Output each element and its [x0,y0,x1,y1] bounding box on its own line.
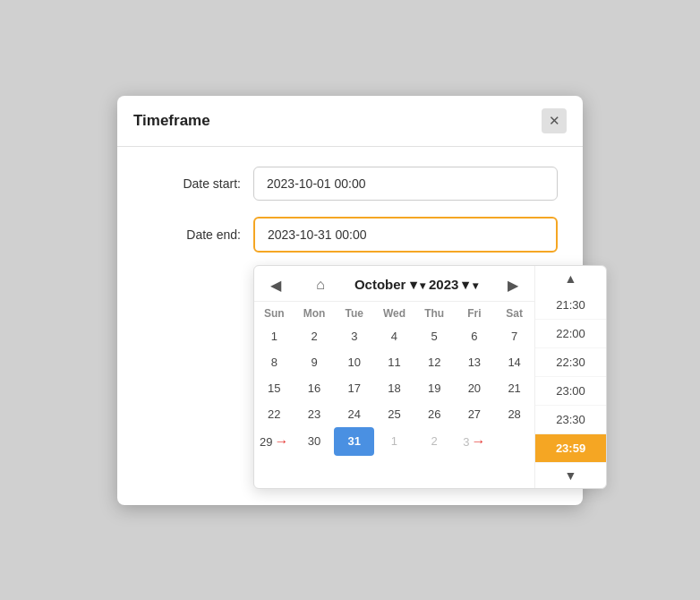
time-list: 21:3022:0022:3023:0023:3023:59 [535,291,606,463]
calendar-day[interactable]: 9 [295,349,335,375]
calendar-day[interactable]: 7 [494,323,534,349]
calendar-day[interactable]: 17 [334,375,374,401]
calendar-day[interactable]: 11 [374,349,414,375]
weekday-sat: Sat [494,302,534,323]
calendar-day[interactable]: 25 [374,401,414,427]
next-month-button[interactable]: ▶ [502,275,524,296]
calendar-day[interactable] [494,427,534,456]
calendar-week-row: 15161718192021 [254,375,534,401]
weekday-sun: Sun [254,302,295,323]
close-button[interactable]: ✕ [542,108,567,133]
calendar-day[interactable]: 5 [414,323,455,349]
time-item[interactable]: 22:00 [535,320,606,348]
time-item[interactable]: 23:00 [535,377,606,406]
calendar-day[interactable]: 16 [295,375,335,401]
weekday-fri: Fri [455,302,495,323]
calendar-day[interactable]: 3 [334,323,374,349]
calendar-day[interactable]: 10 [334,349,374,375]
calendar-day[interactable]: 24 [334,401,374,427]
calendar-day[interactable]: 20 [455,375,495,401]
time-item[interactable]: 21:30 [535,291,606,320]
date-end-input[interactable] [253,217,558,253]
time-panel: ▲ 21:3022:0022:3023:0023:3023:59 ▼ [534,266,606,488]
calendar-week-row: 29→3031123→ [254,427,534,456]
calendar-day[interactable]: 6 [455,323,495,349]
calendar-day[interactable]: 30 [295,427,335,456]
month-select[interactable]: October ▾ [354,277,425,293]
calendar-week-row: 22232425262728 [254,401,534,427]
calendar-week-row: 891011121314 [254,349,534,375]
calendar-day[interactable]: 22 [254,401,295,427]
home-button[interactable]: ⌂ [311,275,330,295]
dialog-title: Timeframe [133,112,210,130]
calendar-dropdown: ◀ ⌂ October ▾ 2023 ▾ ▶ Sun Mon Tue W [253,265,607,489]
calendar-day[interactable]: 1 [374,427,414,456]
dialog-body: Date start: Date end: ◀ ⌂ October ▾ 2023… [117,147,583,505]
calendar-nav: ◀ ⌂ October ▾ 2023 ▾ ▶ [254,266,534,302]
calendar-day[interactable]: 2 [295,323,335,349]
calendar-day[interactable]: 2 [414,427,455,456]
calendar-main: ◀ ⌂ October ▾ 2023 ▾ ▶ Sun Mon Tue W [254,266,534,488]
calendar-day[interactable]: 31 [334,427,374,456]
time-down-button[interactable]: ▼ [535,463,606,488]
time-item[interactable]: 23:30 [535,406,606,434]
calendar-day[interactable]: 13 [455,349,495,375]
dialog-header: Timeframe ✕ [117,96,583,147]
calendar-day[interactable]: 28 [494,401,534,427]
timeframe-dialog: Timeframe ✕ Date start: Date end: ◀ ⌂ Oc… [117,96,583,505]
prev-month-button[interactable]: ◀ [265,275,286,296]
year-select[interactable]: 2023 ▾ [429,277,478,293]
nav-center: October ▾ 2023 ▾ [354,277,478,293]
calendar-day[interactable]: 8 [254,349,295,375]
calendar-day[interactable]: 1 [254,323,295,349]
calendar-day[interactable]: 18 [374,375,414,401]
calendar-day[interactable]: 12 [414,349,455,375]
calendar-day[interactable]: 4 [374,323,414,349]
date-start-input[interactable] [253,167,558,201]
calendar-week-row: 1234567 [254,323,534,349]
calendar-day[interactable]: 14 [494,349,534,375]
calendar-day[interactable]: 23 [295,401,335,427]
weekday-thu: Thu [414,302,455,323]
time-item[interactable]: 23:59 [535,434,606,463]
weekday-tue: Tue [334,302,374,323]
calendar-day[interactable]: 3→ [455,427,495,456]
calendar-day[interactable]: 29→ [254,427,295,456]
calendar-day[interactable]: 26 [414,401,455,427]
calendar-day[interactable]: 15 [254,375,295,401]
weekday-wed: Wed [374,302,414,323]
calendar-grid: Sun Mon Tue Wed Thu Fri Sat 123456789101… [254,302,534,456]
calendar-day[interactable]: 27 [455,401,495,427]
weekday-header-row: Sun Mon Tue Wed Thu Fri Sat [254,302,534,323]
date-start-label: Date start: [142,176,241,191]
calendar-day[interactable]: 19 [414,375,455,401]
time-item[interactable]: 22:30 [535,348,606,377]
date-end-row: Date end: [142,217,558,253]
weekday-mon: Mon [295,302,335,323]
calendar-day[interactable]: 21 [494,375,534,401]
date-start-row: Date start: [142,167,558,201]
date-end-label: Date end: [142,227,241,242]
time-up-button[interactable]: ▲ [535,266,606,291]
